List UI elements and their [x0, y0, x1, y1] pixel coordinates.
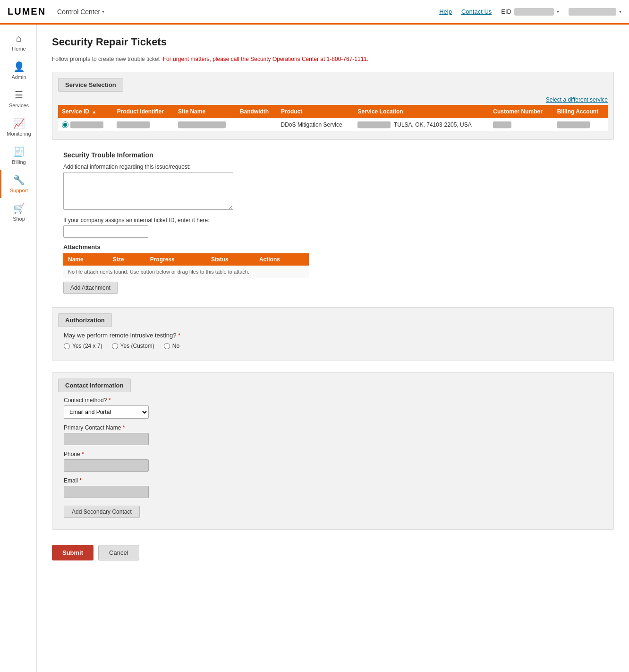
services-icon: ☰ [15, 89, 23, 101]
contact-content: Contact method? * Email and Portal Phone… [52, 397, 613, 522]
ticket-id-label: If your company assigns an internal tick… [63, 217, 603, 224]
sidebar-item-support[interactable]: 🔧 Support [0, 170, 36, 198]
email-label: Email * [64, 477, 602, 484]
sidebar-item-services[interactable]: ☰ Services [0, 85, 36, 113]
email-field: Email * ████████████████████ [64, 477, 602, 498]
service-table: Service ID ▲ Product Identifier Site Nam… [58, 105, 608, 132]
account-chevron[interactable]: ▾ [619, 9, 621, 14]
sidebar-item-monitoring[interactable]: 📈 Monitoring [0, 113, 36, 141]
cell-billing-account: ████████ [553, 118, 608, 132]
product-id-value: ████████ [117, 121, 150, 128]
ticket-id-field: If your company assigns an internal tick… [63, 217, 603, 238]
cell-customer-number: ████ [489, 118, 553, 132]
col-customer-number: Customer Number [489, 105, 553, 118]
monitoring-icon: 📈 [13, 118, 25, 129]
control-center-menu[interactable]: Control Center ▾ [57, 8, 104, 16]
service-selection-header: Service Selection [58, 78, 123, 92]
phone-label: Phone * [64, 451, 602, 457]
auth-option-no[interactable]: No [164, 343, 179, 349]
sidebar-label-admin: Admin [11, 74, 26, 80]
help-link[interactable]: Help [439, 8, 452, 15]
contact-method-select[interactable]: Email and Portal Phone Email Portal [64, 405, 149, 419]
col-bandwidth: Bandwidth [236, 105, 277, 118]
col-product-id: Product Identifier [113, 105, 174, 118]
submit-button[interactable]: Submit [52, 545, 94, 560]
auth-question: May we perform remote intrusive testing?… [64, 332, 602, 339]
sidebar-item-home[interactable]: ⌂ Home [0, 28, 36, 56]
auth-label-yes247: Yes (24 x 7) [72, 343, 102, 349]
auth-radio-no[interactable] [164, 343, 170, 349]
auth-required-marker: * [178, 332, 180, 339]
attach-col-status: Status [206, 253, 255, 266]
attachments-table: Name Size Progress Status Actions No fil… [63, 253, 309, 278]
phone-field: Phone * ████████ [64, 451, 602, 472]
cancel-button[interactable]: Cancel [98, 545, 139, 560]
sidebar-label-shop: Shop [13, 216, 25, 222]
urgent-text: For urgent matters, please call the Secu… [163, 56, 369, 62]
page-title: Security Repair Tickets [52, 36, 614, 48]
email-req: * [79, 477, 82, 484]
attach-col-progress: Progress [145, 253, 206, 266]
authorization-section: Authorization May we perform remote intr… [52, 307, 614, 361]
top-nav-right: Help Contact Us EID ████████ ▾ █████████… [439, 8, 621, 16]
eid-block: EID ████████ ▾ [501, 8, 559, 16]
attach-empty-text: No file attachments found. Use button be… [63, 266, 309, 278]
service-selection-section: Service Selection Select a different ser… [52, 72, 614, 140]
select-different-link[interactable]: Select a different service [58, 96, 608, 103]
additional-info-textarea[interactable] [63, 172, 233, 210]
col-product: Product [277, 105, 354, 118]
sidebar-label-support: Support [10, 188, 28, 193]
auth-label-yes-custom: Yes (Custom) [120, 343, 154, 349]
bottom-buttons: Submit Cancel [52, 541, 614, 560]
account-block: ██████████ ▾ [569, 8, 621, 16]
service-id-value: ████████ [70, 121, 103, 128]
sidebar-item-shop[interactable]: 🛒 Shop [0, 198, 36, 226]
info-bar: Follow prompts to create new trouble tic… [52, 56, 614, 62]
ticket-id-input[interactable] [63, 225, 148, 238]
auth-option-yes-custom[interactable]: Yes (Custom) [112, 343, 154, 349]
sort-arrow: ▲ [92, 109, 96, 114]
sidebar-label-billing: Billing [12, 159, 26, 165]
main-content: Security Repair Tickets Follow prompts t… [37, 25, 629, 672]
service-table-wrap: Select a different service Service ID ▲ … [52, 96, 613, 132]
primary-name-field: Primary Contact Name * ████████████ [64, 424, 602, 445]
attach-col-size: Size [108, 253, 145, 266]
auth-radio-group: Yes (24 x 7) Yes (Custom) No [64, 343, 602, 349]
phone-req: * [82, 451, 84, 457]
trouble-info-section: Security Trouble Information Additional … [52, 151, 614, 298]
contact-info-header: Contact Information [58, 379, 131, 392]
col-billing-account: Billing Account [553, 105, 608, 118]
sidebar-item-billing[interactable]: 🧾 Billing [0, 141, 36, 170]
cell-site-name: ████████████ [174, 118, 236, 132]
sidebar-label-monitoring: Monitoring [7, 131, 31, 137]
additional-info-label: Additional information regarding this is… [63, 164, 603, 170]
contact-us-link[interactable]: Contact Us [461, 8, 492, 15]
attachments-section: Attachments Name Size Progress Status Ac… [63, 243, 603, 294]
col-site-name: Site Name [174, 105, 236, 118]
primary-name-label: Primary Contact Name * [64, 424, 602, 431]
col-service-location: Service Location [354, 105, 489, 118]
eid-chevron[interactable]: ▾ [557, 9, 559, 14]
auth-option-yes247[interactable]: Yes (24 x 7) [64, 343, 102, 349]
add-attachment-button[interactable]: Add Attachment [63, 282, 118, 294]
phone-blurred: ████████ [64, 459, 149, 472]
logo-text: LUMEN [8, 6, 46, 17]
auth-radio-yes247[interactable] [64, 343, 70, 349]
admin-icon: 👤 [13, 61, 25, 72]
customer-num-value: ████ [493, 121, 511, 128]
billing-icon: 🧾 [13, 146, 25, 157]
eid-label: EID [501, 8, 511, 15]
auth-content: May we perform remote intrusive testing?… [52, 332, 613, 353]
service-select-radio[interactable] [62, 121, 68, 128]
email-blurred: ████████████████████ [64, 486, 149, 498]
add-secondary-contact-button[interactable]: Add Secondary Contact [64, 506, 140, 518]
contact-info-section: Contact Information Contact method? * Em… [52, 372, 614, 530]
sidebar-item-admin[interactable]: 👤 Admin [0, 56, 36, 85]
logo: LUMEN [8, 6, 46, 17]
auth-radio-yes-custom[interactable] [112, 343, 118, 349]
site-name-value: ████████████ [178, 121, 226, 128]
attachments-title: Attachments [63, 243, 603, 250]
table-row: ████████ ████████ ████████████ DDoS Miti… [58, 118, 608, 132]
authorization-header: Authorization [58, 313, 112, 327]
additional-info-field: Additional information regarding this is… [63, 164, 603, 211]
